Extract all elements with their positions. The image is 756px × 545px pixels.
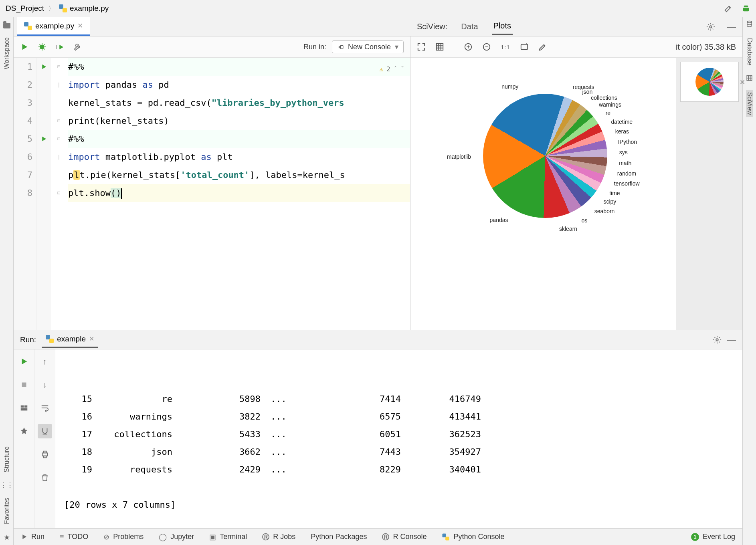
- run-in-value: New Console: [348, 43, 391, 51]
- pin-button[interactable]: [17, 424, 31, 438]
- terminal-icon: ▣: [209, 533, 216, 541]
- svg-point-13: [716, 339, 718, 341]
- r-icon: Ⓡ: [262, 532, 269, 542]
- play-icon: [21, 533, 28, 540]
- pie-label: re: [606, 110, 610, 116]
- sciview-toolbar: 1:1 it color) 35.38 kB: [410, 36, 742, 58]
- tab-label: example.py: [35, 22, 74, 30]
- gear-icon[interactable]: [713, 335, 722, 344]
- zoom-in-icon[interactable]: [464, 42, 473, 51]
- chevron-down-icon: ▾: [395, 42, 398, 51]
- list-icon: ≡: [60, 533, 64, 541]
- run-title: Run:: [20, 335, 36, 344]
- database-tool-button[interactable]: Database: [746, 36, 753, 68]
- zoom-out-icon[interactable]: [482, 42, 491, 51]
- chevron-down-icon[interactable]: ˇ: [400, 60, 404, 78]
- status-run[interactable]: Run: [21, 533, 44, 541]
- svg-marker-2: [22, 44, 28, 50]
- fold-gutter: ⊟|⊟⊟|⊟: [51, 58, 67, 330]
- plot-canvas[interactable]: numpyrequestsjsoncollectionswarningsreda…: [410, 58, 676, 330]
- sciview-pane: SciView: Data Plots — 1:1: [410, 36, 742, 330]
- svg-rect-24: [747, 75, 752, 81]
- pie-label: pandas: [490, 217, 508, 223]
- svg-marker-4: [59, 44, 63, 49]
- svg-rect-19: [42, 453, 47, 456]
- structure-icon: ⋮⋮: [0, 481, 13, 489]
- status-python-packages[interactable]: Python Packages: [311, 533, 367, 541]
- run-output[interactable]: 15re5898...741441674916warnings3822...65…: [55, 349, 742, 528]
- plot-thumbnail[interactable]: ✕: [680, 62, 739, 102]
- export-icon[interactable]: [520, 42, 529, 51]
- status-terminal[interactable]: ▣ Terminal: [209, 533, 247, 541]
- workspace-tool-button[interactable]: Workspace: [3, 35, 10, 72]
- rerun-button[interactable]: [17, 354, 31, 369]
- run-marker-icon[interactable]: [40, 63, 47, 70]
- fit-icon[interactable]: [417, 42, 426, 51]
- trash-button[interactable]: [38, 470, 52, 485]
- status-rconsole[interactable]: Ⓡ R Console: [382, 532, 427, 542]
- stop-button[interactable]: [17, 377, 31, 392]
- right-tool-rail: Database SciView: [742, 17, 756, 545]
- status-rjobs[interactable]: Ⓡ R Jobs: [262, 532, 295, 542]
- minimize-icon[interactable]: —: [727, 335, 736, 345]
- scroll-down-button[interactable]: ↓: [38, 377, 52, 392]
- pie-label: os: [582, 217, 588, 224]
- svg-point-23: [747, 21, 752, 22]
- plot-thumbnails: ✕: [676, 58, 742, 330]
- pie-label: random: [617, 170, 636, 177]
- run-below-icon[interactable]: I: [55, 44, 65, 50]
- pie-label: collections: [591, 95, 617, 101]
- pie-label: keras: [615, 128, 629, 135]
- pie-label: warnings: [599, 101, 621, 108]
- python-file-icon: [24, 22, 32, 30]
- jupyter-icon: ◯: [159, 533, 167, 541]
- project-tool-icon[interactable]: [3, 23, 10, 28]
- status-python-console[interactable]: Python Console: [442, 533, 504, 541]
- run-header: Run: example ✕ —: [14, 330, 742, 349]
- breadcrumb-project[interactable]: DS_Project: [6, 4, 44, 13]
- gear-icon[interactable]: [706, 22, 715, 31]
- status-todo[interactable]: ≡ TODO: [60, 533, 88, 541]
- status-jupyter[interactable]: ◯ Jupyter: [159, 533, 194, 541]
- layout-button[interactable]: [17, 401, 31, 415]
- close-icon[interactable]: ✕: [89, 335, 94, 343]
- svg-point-8: [710, 26, 712, 28]
- close-thumbnail-icon[interactable]: ✕: [740, 78, 745, 87]
- color-picker-icon[interactable]: [538, 42, 547, 51]
- output-row: 19requests2429...8229340401: [64, 461, 734, 478]
- run-marker-icon[interactable]: [40, 135, 47, 142]
- close-icon[interactable]: ✕: [77, 22, 83, 30]
- status-event-log[interactable]: 1 Event Log: [691, 533, 735, 541]
- sciview-tool-button[interactable]: SciView: [746, 90, 753, 117]
- pie-label: sys: [619, 149, 628, 155]
- soft-wrap-button[interactable]: [38, 401, 52, 415]
- tab-plots[interactable]: Plots: [492, 18, 513, 35]
- inspection-summary[interactable]: ⚠ 2 ˆ ˇ: [379, 60, 404, 78]
- scroll-up-button[interactable]: ↑: [38, 354, 52, 369]
- editor-pane: I Run in: New Console ▾: [14, 36, 410, 330]
- pie-label: scipy: [603, 198, 616, 205]
- tab-data[interactable]: Data: [459, 19, 479, 34]
- scroll-to-end-button[interactable]: [38, 424, 52, 438]
- breadcrumb-file[interactable]: example.py: [59, 4, 109, 13]
- edit-scratch-icon[interactable]: [724, 4, 733, 13]
- minimize-icon[interactable]: —: [727, 22, 736, 32]
- tab-example-py[interactable]: example.py ✕: [17, 17, 90, 36]
- grid-icon[interactable]: [435, 42, 444, 51]
- run-config-tab[interactable]: example ✕: [42, 331, 98, 348]
- favorites-tool-button[interactable]: Favorites: [3, 495, 10, 527]
- run-cell-icon[interactable]: [20, 42, 29, 51]
- debug-cell-icon[interactable]: [38, 42, 46, 51]
- svg-rect-16: [20, 406, 23, 408]
- status-problems[interactable]: ⊘ Problems: [103, 533, 144, 541]
- wrench-icon[interactable]: [73, 42, 82, 51]
- run-in-select[interactable]: New Console ▾: [332, 40, 404, 53]
- new-console-icon: [337, 44, 344, 50]
- print-button[interactable]: [38, 447, 52, 462]
- conda-env-icon[interactable]: [742, 4, 750, 13]
- pie-label: datetime: [611, 119, 633, 125]
- code-editor[interactable]: 12345678 ⊟|⊟⊟|⊟ ⚠ 2: [14, 58, 410, 330]
- chevron-up-icon[interactable]: ˆ: [394, 60, 398, 78]
- structure-tool-button[interactable]: Structure: [3, 444, 10, 475]
- actual-size-icon[interactable]: 1:1: [501, 44, 510, 50]
